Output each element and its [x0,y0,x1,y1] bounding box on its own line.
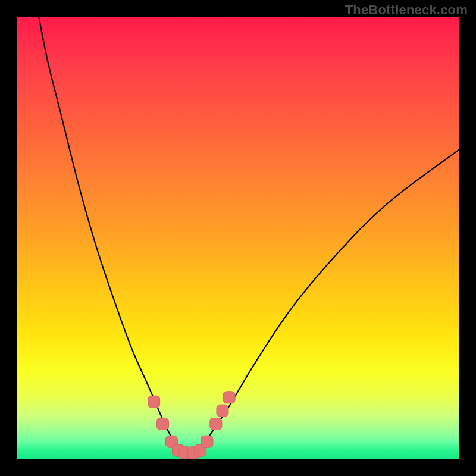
marker-group [148,392,235,459]
curve-marker [217,405,228,416]
chart-svg [17,17,459,459]
curve-marker [157,418,169,430]
plot-area [17,17,459,459]
outer-frame: TheBottleneck.com [0,0,476,476]
watermark-text: TheBottleneck.com [345,2,468,18]
curve-marker [148,396,160,408]
curve-marker [210,418,222,430]
curve-marker [201,436,213,447]
curve-marker [223,392,235,403]
bottleneck-curve-path [39,17,459,453]
